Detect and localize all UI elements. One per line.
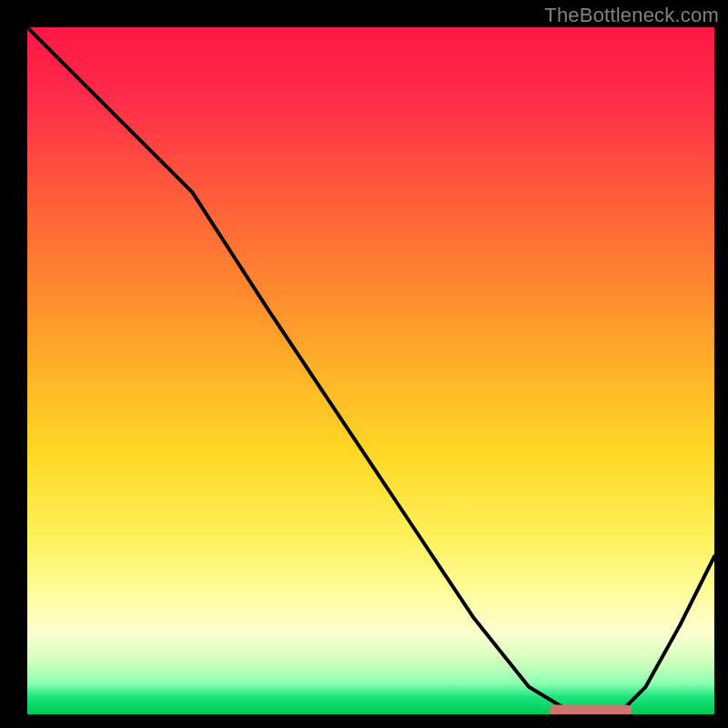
optimal-marker xyxy=(550,705,632,715)
chart-svg xyxy=(27,27,714,714)
chart-frame: TheBottleneck.com xyxy=(0,0,728,728)
plot-area xyxy=(27,27,714,714)
bottleneck-curve xyxy=(27,27,714,714)
attribution-text: TheBottleneck.com xyxy=(544,4,719,27)
